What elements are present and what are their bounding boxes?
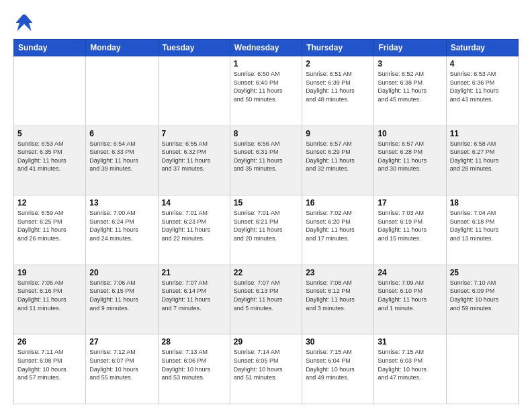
day-info: Sunrise: 7:02 AM Sunset: 6:20 PM Dayligh… xyxy=(306,209,370,242)
day-number: 4 xyxy=(450,59,515,68)
col-header-wednesday: Wednesday xyxy=(230,40,302,56)
calendar-week-row: 19Sunrise: 7:05 AM Sunset: 6:16 PM Dayli… xyxy=(14,265,519,334)
day-number: 1 xyxy=(234,59,298,68)
col-header-friday: Friday xyxy=(374,40,446,56)
calendar-header-row: SundayMondayTuesdayWednesdayThursdayFrid… xyxy=(14,40,519,56)
calendar-cell: 11Sunrise: 6:58 AM Sunset: 6:27 PM Dayli… xyxy=(446,126,518,195)
day-number: 30 xyxy=(306,337,370,347)
calendar-cell: 13Sunrise: 7:00 AM Sunset: 6:24 PM Dayli… xyxy=(86,195,158,265)
calendar-cell: 28Sunrise: 7:13 AM Sunset: 6:06 PM Dayli… xyxy=(158,334,230,404)
page: SundayMondayTuesdayWednesdayThursdayFrid… xyxy=(0,0,532,411)
calendar-cell: 30Sunrise: 7:15 AM Sunset: 6:04 PM Dayli… xyxy=(302,334,374,404)
day-number: 10 xyxy=(378,129,442,138)
col-header-tuesday: Tuesday xyxy=(158,40,230,56)
day-info: Sunrise: 7:13 AM Sunset: 6:06 PM Dayligh… xyxy=(162,348,226,381)
day-number: 3 xyxy=(378,59,442,68)
day-number: 19 xyxy=(17,268,82,277)
calendar-cell: 26Sunrise: 7:11 AM Sunset: 6:08 PM Dayli… xyxy=(14,334,86,404)
day-info: Sunrise: 6:57 AM Sunset: 6:28 PM Dayligh… xyxy=(378,140,442,173)
day-number: 18 xyxy=(450,198,515,208)
day-number: 23 xyxy=(306,268,370,277)
day-number: 6 xyxy=(89,129,154,138)
day-number: 12 xyxy=(17,198,82,208)
col-header-thursday: Thursday xyxy=(302,40,374,56)
day-number: 22 xyxy=(234,268,298,277)
day-info: Sunrise: 7:08 AM Sunset: 6:12 PM Dayligh… xyxy=(306,279,370,312)
calendar-cell xyxy=(158,56,230,126)
calendar-cell: 2Sunrise: 6:51 AM Sunset: 6:39 PM Daylig… xyxy=(302,56,374,126)
day-info: Sunrise: 6:55 AM Sunset: 6:32 PM Dayligh… xyxy=(162,140,226,173)
calendar-cell: 16Sunrise: 7:02 AM Sunset: 6:20 PM Dayli… xyxy=(302,195,374,265)
col-header-monday: Monday xyxy=(86,40,158,56)
day-info: Sunrise: 6:50 AM Sunset: 6:40 PM Dayligh… xyxy=(234,70,298,103)
calendar-cell: 23Sunrise: 7:08 AM Sunset: 6:12 PM Dayli… xyxy=(302,265,374,334)
calendar-cell: 14Sunrise: 7:01 AM Sunset: 6:23 PM Dayli… xyxy=(158,195,230,265)
calendar-cell: 15Sunrise: 7:01 AM Sunset: 6:21 PM Dayli… xyxy=(230,195,302,265)
day-number: 13 xyxy=(89,198,154,208)
calendar-cell: 1Sunrise: 6:50 AM Sunset: 6:40 PM Daylig… xyxy=(230,56,302,126)
day-number: 2 xyxy=(306,59,370,68)
calendar-cell: 22Sunrise: 7:07 AM Sunset: 6:13 PM Dayli… xyxy=(230,265,302,334)
day-number: 11 xyxy=(450,129,515,138)
day-number: 31 xyxy=(378,337,442,347)
day-info: Sunrise: 7:06 AM Sunset: 6:15 PM Dayligh… xyxy=(89,279,154,312)
day-info: Sunrise: 7:15 AM Sunset: 6:03 PM Dayligh… xyxy=(378,348,442,381)
calendar-cell: 10Sunrise: 6:57 AM Sunset: 6:28 PM Dayli… xyxy=(374,126,446,195)
calendar-cell: 24Sunrise: 7:09 AM Sunset: 6:10 PM Dayli… xyxy=(374,265,446,334)
day-number: 7 xyxy=(162,129,226,138)
day-info: Sunrise: 7:11 AM Sunset: 6:08 PM Dayligh… xyxy=(17,348,82,381)
calendar-cell: 7Sunrise: 6:55 AM Sunset: 6:32 PM Daylig… xyxy=(158,126,230,195)
calendar-cell: 25Sunrise: 7:10 AM Sunset: 6:09 PM Dayli… xyxy=(446,265,518,334)
calendar-cell: 9Sunrise: 6:57 AM Sunset: 6:29 PM Daylig… xyxy=(302,126,374,195)
calendar-cell: 19Sunrise: 7:05 AM Sunset: 6:16 PM Dayli… xyxy=(14,265,86,334)
calendar-cell xyxy=(14,56,86,126)
day-number: 21 xyxy=(162,268,226,277)
calendar-cell: 12Sunrise: 6:59 AM Sunset: 6:25 PM Dayli… xyxy=(14,195,86,265)
day-info: Sunrise: 7:04 AM Sunset: 6:18 PM Dayligh… xyxy=(450,209,515,242)
day-info: Sunrise: 6:56 AM Sunset: 6:31 PM Dayligh… xyxy=(234,140,298,173)
day-number: 16 xyxy=(306,198,370,208)
day-info: Sunrise: 7:00 AM Sunset: 6:24 PM Dayligh… xyxy=(89,209,154,242)
calendar-cell: 18Sunrise: 7:04 AM Sunset: 6:18 PM Dayli… xyxy=(446,195,518,265)
day-info: Sunrise: 6:51 AM Sunset: 6:39 PM Dayligh… xyxy=(306,70,370,103)
day-info: Sunrise: 7:05 AM Sunset: 6:16 PM Dayligh… xyxy=(17,279,82,312)
header xyxy=(13,12,519,34)
day-number: 8 xyxy=(234,129,298,138)
calendar-cell xyxy=(86,56,158,126)
day-number: 26 xyxy=(17,337,82,347)
day-number: 14 xyxy=(162,198,226,208)
day-number: 5 xyxy=(17,129,82,138)
calendar-cell: 31Sunrise: 7:15 AM Sunset: 6:03 PM Dayli… xyxy=(374,334,446,404)
day-info: Sunrise: 7:14 AM Sunset: 6:05 PM Dayligh… xyxy=(234,348,298,381)
day-info: Sunrise: 7:07 AM Sunset: 6:14 PM Dayligh… xyxy=(162,279,226,312)
day-number: 17 xyxy=(378,198,442,208)
day-info: Sunrise: 6:58 AM Sunset: 6:27 PM Dayligh… xyxy=(450,140,515,173)
day-info: Sunrise: 6:53 AM Sunset: 6:35 PM Dayligh… xyxy=(17,140,82,173)
day-info: Sunrise: 7:12 AM Sunset: 6:07 PM Dayligh… xyxy=(89,348,154,381)
day-info: Sunrise: 6:54 AM Sunset: 6:33 PM Dayligh… xyxy=(89,140,154,173)
calendar-cell: 20Sunrise: 7:06 AM Sunset: 6:15 PM Dayli… xyxy=(86,265,158,334)
calendar-cell: 8Sunrise: 6:56 AM Sunset: 6:31 PM Daylig… xyxy=(230,126,302,195)
calendar-table: SundayMondayTuesdayWednesdayThursdayFrid… xyxy=(13,39,519,404)
day-info: Sunrise: 7:09 AM Sunset: 6:10 PM Dayligh… xyxy=(378,279,442,312)
day-number: 29 xyxy=(234,337,298,347)
day-number: 9 xyxy=(306,129,370,138)
calendar-cell: 29Sunrise: 7:14 AM Sunset: 6:05 PM Dayli… xyxy=(230,334,302,404)
day-info: Sunrise: 7:07 AM Sunset: 6:13 PM Dayligh… xyxy=(234,279,298,312)
calendar-cell: 27Sunrise: 7:12 AM Sunset: 6:07 PM Dayli… xyxy=(86,334,158,404)
col-header-sunday: Sunday xyxy=(14,40,86,56)
day-info: Sunrise: 6:57 AM Sunset: 6:29 PM Dayligh… xyxy=(306,140,370,173)
day-info: Sunrise: 6:53 AM Sunset: 6:36 PM Dayligh… xyxy=(450,70,515,103)
day-number: 25 xyxy=(450,268,515,277)
logo-icon xyxy=(13,12,35,34)
day-number: 24 xyxy=(378,268,442,277)
svg-marker-0 xyxy=(16,15,33,32)
day-info: Sunrise: 6:52 AM Sunset: 6:38 PM Dayligh… xyxy=(378,70,442,103)
calendar-cell: 5Sunrise: 6:53 AM Sunset: 6:35 PM Daylig… xyxy=(14,126,86,195)
calendar-cell: 6Sunrise: 6:54 AM Sunset: 6:33 PM Daylig… xyxy=(86,126,158,195)
calendar-cell: 21Sunrise: 7:07 AM Sunset: 6:14 PM Dayli… xyxy=(158,265,230,334)
day-number: 15 xyxy=(234,198,298,208)
calendar-week-row: 26Sunrise: 7:11 AM Sunset: 6:08 PM Dayli… xyxy=(14,334,519,404)
calendar-cell: 17Sunrise: 7:03 AM Sunset: 6:19 PM Dayli… xyxy=(374,195,446,265)
day-number: 27 xyxy=(89,337,154,347)
